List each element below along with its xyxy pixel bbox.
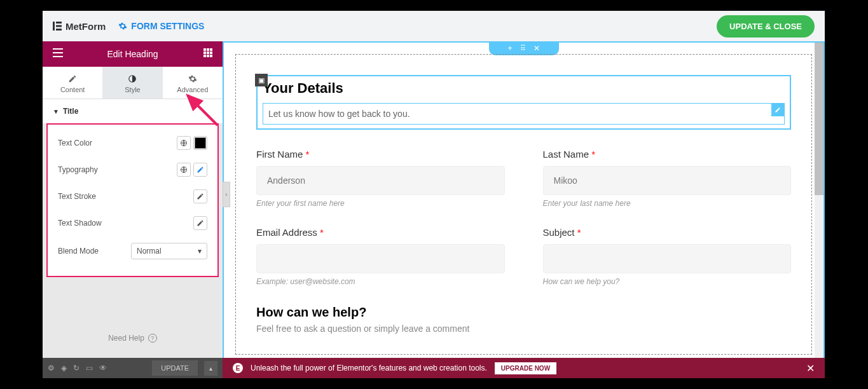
control-label: Text Shadow [58,219,102,228]
label-text: Last Name [543,149,589,160]
global-typography-button[interactable] [177,163,191,177]
form-row: Email Address * Example: user@website.co… [256,227,791,286]
email-input[interactable] [256,244,505,273]
svg-rect-3 [56,29,62,31]
navigator-icon[interactable]: ◈ [61,364,67,372]
tab-content[interactable]: Content [43,67,102,99]
sidebar-header: Edit Heading [43,41,223,67]
cog-icon [188,74,197,83]
svg-rect-11 [207,51,209,54]
editor-tabs: Content Style Advanced [43,67,223,99]
global-color-button[interactable] [177,136,191,150]
collapse-sidebar-handle[interactable]: ‹ [223,182,230,207]
heading-title: Your Details [263,80,785,97]
control-label: Typography [58,165,98,174]
pencil-icon [68,74,77,83]
scrollbar[interactable] [815,43,823,377]
field-last-name: Last Name * Enter your last name here [543,149,792,208]
topbar-left: MetForm FORM SETTINGS [53,21,204,32]
control-typography: Typography [58,156,207,183]
control-text-shadow: Text Shadow [58,210,207,236]
caret-down-icon: ▼ [53,108,59,115]
subject-label: Subject * [543,227,792,238]
field-subject: Subject * How can we help you? [543,227,792,286]
sidebar-title: Edit Heading [50,49,215,59]
svg-rect-9 [210,48,212,51]
subject-input[interactable] [543,244,792,273]
history-icon[interactable]: ↻ [73,364,79,372]
blend-mode-select[interactable]: Normal ▾ [131,243,207,259]
tab-style-label: Style [125,86,140,93]
metform-icon [53,22,62,31]
svg-rect-10 [203,51,206,54]
tab-content-label: Content [60,86,85,93]
email-hint: Example: user@website.com [256,277,505,286]
notice-text: Unleash the full power of Elementor's fe… [251,364,487,372]
settings-icon[interactable]: ⚙ [48,364,55,372]
label-text: First Name [256,149,303,160]
need-help-text: Need Help [108,334,144,343]
svg-rect-6 [53,56,63,57]
notice-bar: E Unleash the full power of Elementor's … [223,358,825,378]
required-mark: * [306,149,310,160]
bottombar: ⚙ ◈ ↻ ▭ 👁 UPDATE ▴ [43,358,223,378]
update-button[interactable]: UPDATE [152,360,198,376]
tab-advanced[interactable]: Advanced [163,67,223,99]
section-title-text: Title [63,107,78,116]
menu-icon[interactable] [53,48,63,60]
last-name-hint: Enter your last name here [543,199,792,208]
control-text-color: Text Color [58,130,207,156]
svg-rect-1 [56,22,62,24]
add-section-button[interactable]: + [507,44,512,53]
form-settings-link[interactable]: FORM SETTINGS [118,21,204,31]
svg-rect-7 [203,48,206,51]
edit-text-shadow-button[interactable] [193,216,207,230]
section2-title: How can we help? [256,305,791,320]
edit-section-button[interactable]: ⠿ [520,44,526,53]
close-section-button[interactable]: ✕ [534,44,540,53]
need-help-link[interactable]: Need Help ? [43,318,223,358]
required-mark: * [577,227,581,238]
pencil-icon [196,193,204,200]
edit-text-stroke-button[interactable] [193,189,207,203]
gear-icon [118,22,127,31]
tab-style[interactable]: Style [102,67,162,99]
control-label: Blend Mode [58,247,99,256]
blend-mode-value: Normal [137,247,162,256]
logo: MetForm [53,21,106,32]
preview-icon[interactable]: 👁 [99,364,107,372]
section2-sub: Feel free to ask a question or simply le… [256,324,791,334]
scrollbar-thumb[interactable] [815,43,823,195]
first-name-hint: Enter your first name here [256,199,505,208]
svg-rect-0 [53,22,55,31]
edit-widget-button[interactable] [771,104,784,116]
close-notice-button[interactable]: ✕ [806,362,815,374]
responsive-icon[interactable]: ▭ [86,364,93,372]
editor-modal: MetForm FORM SETTINGS UPDATE & CLOSE Edi… [43,11,825,378]
svg-rect-2 [56,25,62,27]
control-text-stroke: Text Stroke [58,183,207,210]
update-close-button[interactable]: UPDATE & CLOSE [717,15,815,38]
heading-subtitle-box[interactable]: Let us know how to get back to you. [263,103,785,125]
heading-subtitle: Let us know how to get back to you. [268,109,410,119]
canvas[interactable]: + ⠿ ✕ ▣ Your Details Let us know how to … [223,41,825,378]
first-name-input[interactable] [256,166,505,195]
widget-handle-icon[interactable]: ▣ [255,74,268,86]
upgrade-button[interactable]: UPGRADE NOW [495,362,556,374]
section-title-row[interactable]: ▼ Title [43,99,223,123]
color-swatch [195,137,206,149]
control-label: Text Stroke [58,192,96,201]
color-swatch-button[interactable] [193,136,207,150]
help-icon: ? [148,334,157,343]
svg-rect-5 [53,52,63,53]
elementor-icon: E [233,363,243,373]
logo-text: MetForm [65,21,106,32]
update-options-button[interactable]: ▴ [204,361,217,376]
svg-rect-12 [210,51,212,54]
apps-icon[interactable] [203,48,212,60]
edit-typography-button[interactable] [193,163,207,177]
last-name-input[interactable] [543,166,792,195]
control-blend-mode: Blend Mode Normal ▾ [58,236,207,266]
heading-widget[interactable]: ▣ Your Details Let us know how to get ba… [256,75,791,130]
globe-icon [180,166,188,174]
